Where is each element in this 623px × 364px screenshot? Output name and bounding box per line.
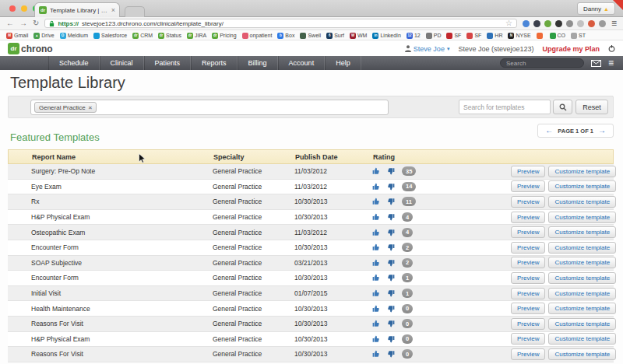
- close-window-icon[interactable]: [9, 5, 16, 12]
- thumbs-down-icon[interactable]: [387, 243, 395, 251]
- nav-item[interactable]: Account: [278, 56, 326, 70]
- thumbs-up-icon[interactable]: [372, 305, 380, 313]
- extension-icon[interactable]: [577, 20, 584, 27]
- bookmark-item[interactable]: 6 Surf: [326, 33, 344, 39]
- remove-tag-icon[interactable]: ×: [89, 104, 93, 111]
- thumbs-up-icon[interactable]: [372, 167, 380, 175]
- tab-close-icon[interactable]: ×: [111, 6, 115, 14]
- thumbs-up-icon[interactable]: [372, 229, 380, 236]
- filter-tag[interactable]: General Practice ×: [34, 102, 97, 113]
- thumbs-down-icon[interactable]: [387, 289, 395, 297]
- logout-power-icon[interactable]: [608, 45, 615, 52]
- thumbs-down-icon[interactable]: [387, 335, 395, 343]
- bookmark-item[interactable]: ST: [571, 33, 586, 39]
- browser-tab[interactable]: dr Template Library | drchron ×: [34, 2, 120, 17]
- address-bar[interactable]: https:// stevejoe123.drchrono.com/clinic…: [44, 19, 517, 28]
- browser-profile-button[interactable]: Danny ▲: [577, 2, 615, 15]
- user-menu[interactable]: Steve Joe ▾: [405, 45, 450, 53]
- browser-menu-icon[interactable]: ≡: [611, 19, 617, 28]
- customize-template-button[interactable]: Customize template: [548, 318, 616, 330]
- bookmark-item[interactable]: 12 12: [407, 33, 421, 39]
- thumbs-down-icon[interactable]: [387, 167, 395, 175]
- back-icon[interactable]: ←: [6, 19, 14, 27]
- extension-icon[interactable]: [566, 20, 573, 27]
- thumbs-down-icon[interactable]: [387, 320, 395, 327]
- template-search-input[interactable]: [459, 100, 551, 114]
- extension-icon[interactable]: [523, 20, 530, 27]
- thumbs-up-icon[interactable]: [372, 350, 380, 358]
- bookmark-item[interactable]: dr Status: [158, 33, 181, 39]
- bookmark-item[interactable]: N NYSE: [508, 33, 530, 39]
- customize-template-button[interactable]: Customize template: [548, 212, 616, 223]
- thumbs-down-icon[interactable]: [387, 198, 395, 205]
- thumbs-up-icon[interactable]: [372, 274, 380, 282]
- search-button[interactable]: [553, 100, 572, 114]
- nav-item[interactable]: Patients: [144, 56, 192, 70]
- thumbs-up-icon[interactable]: [372, 198, 380, 205]
- drchrono-logo[interactable]: dr chrono: [8, 43, 53, 54]
- bookmark-item[interactable]: dr CRM: [132, 33, 153, 39]
- global-search-input[interactable]: [500, 58, 584, 68]
- nav-item[interactable]: Clinical: [100, 56, 144, 70]
- extension-icon[interactable]: [533, 20, 540, 27]
- thumbs-down-icon[interactable]: [387, 213, 395, 221]
- preview-button[interactable]: Preview: [511, 196, 545, 208]
- thumbs-up-icon[interactable]: [372, 243, 380, 251]
- prev-page-icon[interactable]: ←: [545, 127, 553, 135]
- next-page-icon[interactable]: →: [598, 127, 606, 135]
- customize-template-button[interactable]: Customize template: [548, 288, 616, 299]
- customize-template-button[interactable]: Customize template: [548, 272, 616, 284]
- extension-icon[interactable]: [588, 20, 595, 27]
- bookmark-item[interactable]: Salesforce: [93, 33, 127, 39]
- customize-template-button[interactable]: Customize template: [548, 242, 616, 254]
- preview-button[interactable]: Preview: [511, 303, 545, 314]
- bookmark-item[interactable]: b Box: [277, 33, 294, 39]
- bookmark-item[interactable]: ▲ Drive: [33, 33, 54, 39]
- bookmark-item[interactable]: HR: [487, 33, 502, 39]
- customize-template-button[interactable]: Customize template: [548, 196, 616, 208]
- reload-icon[interactable]: ↻: [33, 19, 39, 27]
- thumbs-up-icon[interactable]: [372, 320, 380, 327]
- bookmark-item[interactable]: M Gmail: [6, 33, 28, 39]
- preview-button[interactable]: Preview: [511, 180, 545, 192]
- new-tab-stub[interactable]: [125, 6, 145, 17]
- specialty-filter-input[interactable]: General Practice ×: [30, 100, 389, 115]
- bookmark-item[interactable]: CO: [550, 33, 566, 39]
- nav-item[interactable]: Help: [325, 56, 361, 70]
- preview-button[interactable]: Preview: [511, 288, 545, 299]
- thumbs-up-icon[interactable]: [372, 259, 380, 267]
- customize-template-button[interactable]: Customize template: [548, 303, 616, 314]
- nav-item[interactable]: Billing: [238, 56, 278, 70]
- messages-envelope-icon[interactable]: [591, 60, 601, 67]
- thumbs-down-icon[interactable]: [387, 229, 395, 236]
- bookmark-item[interactable]: SF: [466, 33, 481, 39]
- thumbs-down-icon[interactable]: [387, 305, 395, 313]
- preview-button[interactable]: Preview: [511, 348, 545, 360]
- bookmark-item[interactable]: O Meldium: [60, 33, 88, 39]
- thumbs-up-icon[interactable]: [372, 213, 380, 221]
- bookmark-item[interactable]: W WM: [350, 33, 367, 39]
- thumbs-down-icon[interactable]: [387, 350, 395, 358]
- bookmark-item[interactable]: dr JIRA: [187, 33, 206, 39]
- forward-icon[interactable]: →: [19, 19, 27, 27]
- bookmark-item[interactable]: PD: [426, 33, 442, 39]
- thumbs-up-icon[interactable]: [372, 289, 380, 297]
- bookmark-item[interactable]: SF: [446, 33, 461, 39]
- bookmark-item[interactable]: dr Pricing: [212, 33, 236, 39]
- customize-template-button[interactable]: Customize template: [548, 333, 616, 345]
- bookmark-star-icon[interactable]: ☆: [505, 19, 512, 27]
- customize-template-button[interactable]: Customize template: [548, 257, 616, 268]
- nav-item[interactable]: Schedule: [48, 56, 100, 70]
- preview-button[interactable]: Preview: [511, 272, 545, 284]
- preview-button[interactable]: Preview: [511, 318, 545, 330]
- preview-button[interactable]: Preview: [511, 242, 545, 254]
- reset-button[interactable]: Reset: [575, 100, 608, 114]
- thumbs-down-icon[interactable]: [387, 183, 395, 191]
- extension-icon[interactable]: [544, 20, 551, 27]
- thumbs-up-icon[interactable]: [372, 335, 380, 343]
- thumbs-up-icon[interactable]: [372, 183, 380, 191]
- nav-item[interactable]: Reports: [191, 56, 238, 70]
- preview-button[interactable]: Preview: [511, 166, 545, 177]
- thumbs-down-icon[interactable]: [387, 274, 395, 282]
- thumbs-down-icon[interactable]: [387, 259, 395, 267]
